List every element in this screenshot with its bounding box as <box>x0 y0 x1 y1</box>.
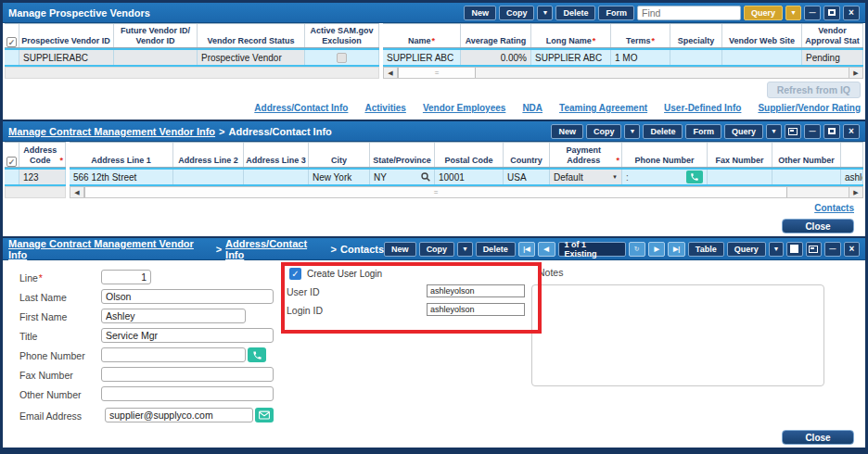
copy-dropdown-icon[interactable]: ▼ <box>537 6 553 20</box>
cell-postal-code[interactable]: 10001 <box>435 170 504 184</box>
login-id-field[interactable] <box>427 303 525 316</box>
link-user-defined-info[interactable]: User-Defined Info <box>664 103 741 113</box>
scroll-right-icon[interactable]: ▶ <box>849 187 862 197</box>
address-hscrollbar[interactable]: ◀ ▶ <box>70 186 863 198</box>
phone-icon[interactable] <box>686 170 703 183</box>
delete-button[interactable]: Delete <box>476 242 516 257</box>
copy-button[interactable]: Copy <box>499 6 535 20</box>
close-icon[interactable]: × <box>843 124 860 139</box>
cell-phone-number[interactable]: : <box>622 170 708 184</box>
line-field[interactable] <box>101 270 151 284</box>
last-record-icon[interactable]: ▶| <box>668 242 684 257</box>
cell-email-clipped[interactable]: ashle <box>841 170 863 184</box>
dropdown-caret-icon[interactable]: ▼ <box>612 174 618 180</box>
close-button[interactable]: Close <box>782 430 854 445</box>
refresh-icon[interactable]: ↻ <box>629 242 645 257</box>
email-icon[interactable] <box>255 408 274 422</box>
minimize-icon[interactable]: ─ <box>804 124 821 139</box>
scroll-left-icon[interactable]: ◀ <box>70 187 84 197</box>
next-record-icon[interactable]: ▶ <box>648 242 665 257</box>
form-button[interactable]: Form <box>685 124 721 139</box>
link-nda[interactable]: NDA <box>522 103 542 113</box>
form-button[interactable]: Form <box>598 6 634 20</box>
popout-icon[interactable] <box>785 124 801 139</box>
minimize-icon[interactable]: ─ <box>804 6 821 20</box>
maximize-icon[interactable] <box>786 242 802 257</box>
title-field[interactable] <box>101 328 274 343</box>
delete-button[interactable]: Delete <box>555 6 595 20</box>
maximize-icon[interactable] <box>823 124 840 139</box>
copy-dropdown-icon[interactable]: ▼ <box>624 124 640 139</box>
breadcrumb-mid-link[interactable]: Address/Contact Info <box>225 238 327 260</box>
fax-number-field[interactable] <box>101 367 274 382</box>
cell-fax-number[interactable] <box>708 170 772 184</box>
scrollbar-thumb[interactable] <box>398 68 476 78</box>
new-button[interactable]: New <box>551 124 583 139</box>
select-all-checkbox[interactable]: ✓ <box>6 157 17 167</box>
vendors-hscrollbar[interactable]: ◀ ▶ <box>383 67 863 79</box>
copy-button[interactable]: Copy <box>586 124 622 139</box>
query-dropdown-icon[interactable]: ▼ <box>769 242 785 257</box>
row-select-cell[interactable] <box>5 170 19 184</box>
breadcrumb-root-link[interactable]: Manage Contract Management Vendor Info <box>8 238 212 260</box>
cell-address-line-2[interactable] <box>173 170 244 184</box>
cell-other-number[interactable] <box>772 170 841 184</box>
cell-address-line-1[interactable]: 566 12th Street <box>70 170 173 184</box>
create-user-login-checkbox[interactable]: ✓ <box>289 268 301 280</box>
cell-country[interactable]: USA <box>504 170 550 184</box>
table-row[interactable]: 123 <box>5 168 66 186</box>
phone-icon[interactable] <box>248 347 266 362</box>
cell-vendor-web-site[interactable] <box>722 50 802 65</box>
first-record-icon[interactable]: |◀ <box>518 242 535 257</box>
link-supplier-vendor-rating[interactable]: Supplier/Vendor Rating <box>758 103 861 113</box>
copy-dropdown-icon[interactable]: ▼ <box>457 242 473 257</box>
link-teaming-agreement[interactable]: Teaming Agreement <box>559 103 647 113</box>
other-number-field[interactable] <box>101 386 274 401</box>
cell-address-line-3[interactable] <box>244 170 309 184</box>
copy-button[interactable]: Copy <box>419 242 455 257</box>
query-button[interactable]: Query <box>724 124 763 139</box>
notes-textarea[interactable] <box>531 284 824 386</box>
query-button[interactable]: Query <box>744 6 783 20</box>
query-dropdown-icon[interactable]: ▼ <box>785 6 801 20</box>
scrollbar-thumb[interactable] <box>84 187 787 197</box>
link-vendor-employees[interactable]: Vendor Employees <box>423 103 505 113</box>
email-address-field[interactable] <box>105 408 253 422</box>
table-view-button[interactable]: Table <box>688 242 724 257</box>
query-dropdown-icon[interactable]: ▼ <box>766 124 782 139</box>
cell-terms[interactable]: 1 MO <box>611 50 670 65</box>
scroll-right-icon[interactable]: ▶ <box>849 68 862 78</box>
cell-name[interactable]: SUPPLIER ABC <box>383 50 461 65</box>
maximize-icon[interactable] <box>823 6 840 20</box>
delete-button[interactable]: Delete <box>643 124 683 139</box>
phone-number-field[interactable] <box>101 347 246 362</box>
minimize-icon[interactable]: ─ <box>824 242 840 257</box>
new-button[interactable]: New <box>464 6 496 20</box>
table-row[interactable]: SUPPLIERABC Prospective Vendor <box>5 48 379 67</box>
cell-specialty[interactable] <box>670 50 722 65</box>
user-id-field[interactable] <box>427 284 525 297</box>
breadcrumb-root-link[interactable]: Manage Contract Management Vendor Info <box>8 126 215 137</box>
cell-state-province[interactable]: NY <box>370 170 435 184</box>
lookup-icon[interactable] <box>421 172 430 182</box>
close-button[interactable]: Close <box>782 219 854 233</box>
table-row[interactable]: 566 12th Street New York NY 10001 USA De… <box>70 168 863 186</box>
prev-record-icon[interactable]: ◀ <box>538 242 555 257</box>
cell-payment-address[interactable]: Default ▼ <box>550 170 622 184</box>
last-name-field[interactable] <box>101 289 274 304</box>
cell-long-name[interactable]: SUPPLIER ABC <box>531 50 611 65</box>
select-all-checkbox[interactable]: ✓ <box>6 37 17 47</box>
find-input[interactable] <box>637 6 741 20</box>
cell-city[interactable]: New York <box>309 170 370 184</box>
close-icon[interactable]: × <box>844 242 860 257</box>
link-activities[interactable]: Activities <box>364 103 405 113</box>
first-name-field[interactable] <box>101 309 246 323</box>
table-row[interactable]: SUPPLIER ABC 0.00% SUPPLIER ABC 1 MO Pen… <box>383 48 863 67</box>
popout-icon[interactable] <box>806 242 822 257</box>
new-button[interactable]: New <box>384 242 416 257</box>
query-button[interactable]: Query <box>727 242 766 257</box>
link-contacts[interactable]: Contacts <box>814 203 854 213</box>
row-select-cell[interactable] <box>5 50 19 65</box>
link-address-contact-info[interactable]: Address/Contact Info <box>254 103 348 113</box>
scroll-left-icon[interactable]: ◀ <box>384 68 398 78</box>
